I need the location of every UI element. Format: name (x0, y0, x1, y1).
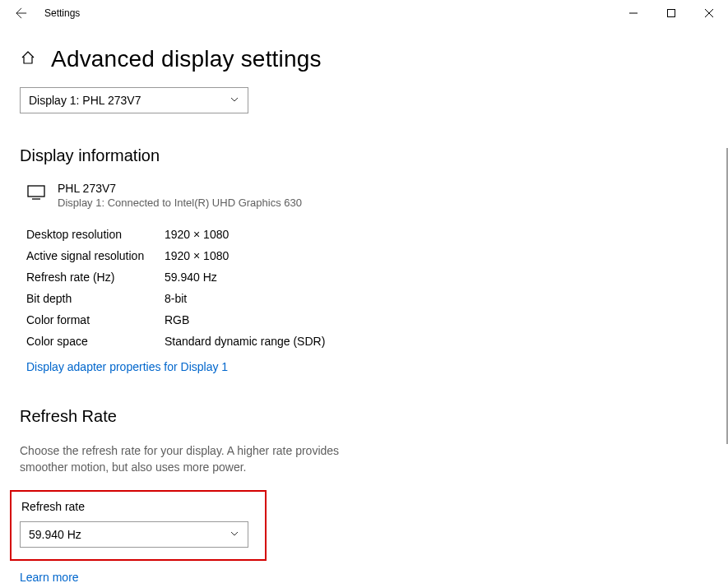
maximize-button[interactable] (652, 0, 690, 26)
table-row: Desktop resolution 1920 × 1080 (26, 224, 708, 245)
display-selector[interactable]: Display 1: PHL 273V7 (20, 87, 248, 113)
table-row: Active signal resolution 1920 × 1080 (26, 245, 708, 266)
chevron-down-icon (230, 528, 239, 541)
back-button[interactable] (12, 3, 31, 23)
info-value: Standard dynamic range (SDR) (165, 331, 325, 352)
refresh-rate-description: Choose the refresh rate for your display… (20, 442, 349, 475)
adapter-properties-link[interactable]: Display adapter properties for Display 1 (26, 360, 228, 373)
maximize-icon (667, 9, 675, 17)
table-row: Bit depth 8-bit (26, 288, 708, 309)
chevron-down-icon (230, 94, 239, 107)
info-label: Bit depth (26, 288, 165, 309)
info-value: RGB (165, 309, 189, 331)
close-icon (705, 9, 713, 17)
display-selector-value: Display 1: PHL 273V7 (29, 94, 141, 107)
refresh-rate-value: 59.940 Hz (29, 528, 81, 541)
home-icon[interactable] (20, 49, 36, 69)
svg-rect-1 (28, 186, 44, 197)
info-label: Desktop resolution (26, 224, 165, 245)
page-header: Advanced display settings (20, 46, 708, 72)
info-label: Refresh rate (Hz) (26, 266, 165, 288)
info-label: Color format (26, 309, 165, 331)
window-controls (614, 0, 728, 26)
window-title: Settings (44, 7, 80, 19)
monitor-name: PHL 273V7 (58, 182, 302, 195)
page-title: Advanced display settings (51, 46, 322, 72)
refresh-rate-highlight: Refresh rate 59.940 Hz (10, 490, 267, 561)
svg-rect-0 (668, 10, 675, 17)
info-value: 1920 × 1080 (165, 245, 229, 266)
table-row: Refresh rate (Hz) 59.940 Hz (26, 266, 708, 288)
info-value: 1920 × 1080 (165, 224, 229, 245)
info-value: 59.940 Hz (165, 266, 217, 288)
display-info-heading: Display information (20, 146, 708, 165)
back-arrow-icon (16, 7, 27, 19)
monitor-summary: PHL 273V7 Display 1: Connected to Intel(… (26, 182, 708, 209)
minimize-icon (629, 9, 638, 17)
content-area: Advanced display settings Display 1: PHL… (0, 46, 728, 583)
monitor-description: Display 1: Connected to Intel(R) UHD Gra… (58, 197, 302, 209)
table-row: Color space Standard dynamic range (SDR) (26, 331, 708, 352)
display-info-table: Desktop resolution 1920 × 1080 Active si… (26, 224, 708, 352)
info-label: Active signal resolution (26, 245, 165, 266)
refresh-rate-label: Refresh rate (21, 500, 257, 513)
close-button[interactable] (690, 0, 728, 26)
info-value: 8-bit (165, 288, 187, 309)
info-label: Color space (26, 331, 165, 352)
refresh-rate-selector[interactable]: 59.940 Hz (20, 521, 248, 548)
refresh-rate-heading: Refresh Rate (20, 407, 708, 426)
titlebar: Settings (0, 0, 728, 26)
minimize-button[interactable] (614, 0, 652, 26)
learn-more-link[interactable]: Learn more (20, 571, 79, 583)
monitor-icon (26, 182, 46, 209)
table-row: Color format RGB (26, 309, 708, 331)
